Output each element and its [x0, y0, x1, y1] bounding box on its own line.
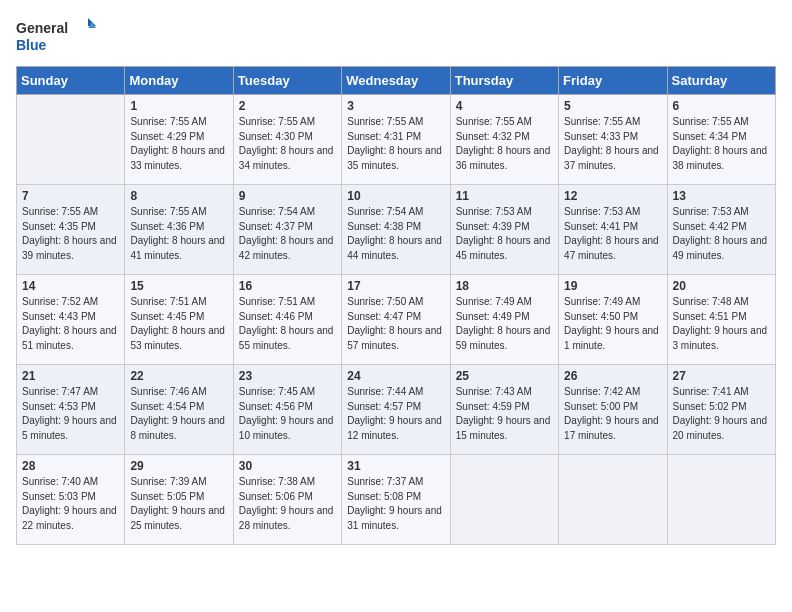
daylight-text: Daylight: 8 hours and 55 minutes. — [239, 324, 336, 353]
daylight-text: Daylight: 9 hours and 25 minutes. — [130, 504, 227, 533]
daylight-text: Daylight: 8 hours and 42 minutes. — [239, 234, 336, 263]
daylight-text: Daylight: 9 hours and 28 minutes. — [239, 504, 336, 533]
day-info: Sunrise: 7:55 AMSunset: 4:30 PMDaylight:… — [239, 115, 336, 173]
sunset-text: Sunset: 4:30 PM — [239, 130, 336, 145]
day-number: 27 — [673, 369, 770, 383]
calendar-cell: 10Sunrise: 7:54 AMSunset: 4:38 PMDayligh… — [342, 185, 450, 275]
calendar-cell: 31Sunrise: 7:37 AMSunset: 5:08 PMDayligh… — [342, 455, 450, 545]
weekday-header-sunday: Sunday — [17, 67, 125, 95]
day-info: Sunrise: 7:50 AMSunset: 4:47 PMDaylight:… — [347, 295, 444, 353]
sunrise-text: Sunrise: 7:54 AM — [347, 205, 444, 220]
sunset-text: Sunset: 5:03 PM — [22, 490, 119, 505]
day-info: Sunrise: 7:53 AMSunset: 4:39 PMDaylight:… — [456, 205, 553, 263]
daylight-text: Daylight: 8 hours and 38 minutes. — [673, 144, 770, 173]
sunset-text: Sunset: 4:29 PM — [130, 130, 227, 145]
calendar-cell: 22Sunrise: 7:46 AMSunset: 4:54 PMDayligh… — [125, 365, 233, 455]
calendar-week-row: 1Sunrise: 7:55 AMSunset: 4:29 PMDaylight… — [17, 95, 776, 185]
sunrise-text: Sunrise: 7:55 AM — [347, 115, 444, 130]
day-number: 4 — [456, 99, 553, 113]
sunrise-text: Sunrise: 7:44 AM — [347, 385, 444, 400]
weekday-header-tuesday: Tuesday — [233, 67, 341, 95]
sunset-text: Sunset: 4:49 PM — [456, 310, 553, 325]
daylight-text: Daylight: 9 hours and 3 minutes. — [673, 324, 770, 353]
day-number: 24 — [347, 369, 444, 383]
day-info: Sunrise: 7:55 AMSunset: 4:31 PMDaylight:… — [347, 115, 444, 173]
sunset-text: Sunset: 4:53 PM — [22, 400, 119, 415]
day-info: Sunrise: 7:49 AMSunset: 4:50 PMDaylight:… — [564, 295, 661, 353]
daylight-text: Daylight: 9 hours and 12 minutes. — [347, 414, 444, 443]
day-info: Sunrise: 7:41 AMSunset: 5:02 PMDaylight:… — [673, 385, 770, 443]
calendar-cell: 8Sunrise: 7:55 AMSunset: 4:36 PMDaylight… — [125, 185, 233, 275]
day-info: Sunrise: 7:54 AMSunset: 4:38 PMDaylight:… — [347, 205, 444, 263]
sunrise-text: Sunrise: 7:49 AM — [456, 295, 553, 310]
daylight-text: Daylight: 8 hours and 47 minutes. — [564, 234, 661, 263]
day-info: Sunrise: 7:46 AMSunset: 4:54 PMDaylight:… — [130, 385, 227, 443]
day-info: Sunrise: 7:44 AMSunset: 4:57 PMDaylight:… — [347, 385, 444, 443]
daylight-text: Daylight: 8 hours and 49 minutes. — [673, 234, 770, 263]
calendar-cell: 29Sunrise: 7:39 AMSunset: 5:05 PMDayligh… — [125, 455, 233, 545]
day-info: Sunrise: 7:55 AMSunset: 4:29 PMDaylight:… — [130, 115, 227, 173]
daylight-text: Daylight: 8 hours and 45 minutes. — [456, 234, 553, 263]
day-info: Sunrise: 7:47 AMSunset: 4:53 PMDaylight:… — [22, 385, 119, 443]
sunrise-text: Sunrise: 7:48 AM — [673, 295, 770, 310]
calendar-cell — [450, 455, 558, 545]
weekday-header-thursday: Thursday — [450, 67, 558, 95]
day-info: Sunrise: 7:55 AMSunset: 4:34 PMDaylight:… — [673, 115, 770, 173]
calendar-cell: 12Sunrise: 7:53 AMSunset: 4:41 PMDayligh… — [559, 185, 667, 275]
sunrise-text: Sunrise: 7:55 AM — [673, 115, 770, 130]
sunrise-text: Sunrise: 7:55 AM — [130, 115, 227, 130]
calendar-week-row: 7Sunrise: 7:55 AMSunset: 4:35 PMDaylight… — [17, 185, 776, 275]
sunrise-text: Sunrise: 7:47 AM — [22, 385, 119, 400]
day-number: 13 — [673, 189, 770, 203]
calendar-cell: 9Sunrise: 7:54 AMSunset: 4:37 PMDaylight… — [233, 185, 341, 275]
sunrise-text: Sunrise: 7:55 AM — [456, 115, 553, 130]
day-number: 10 — [347, 189, 444, 203]
calendar-cell: 11Sunrise: 7:53 AMSunset: 4:39 PMDayligh… — [450, 185, 558, 275]
calendar-cell — [667, 455, 775, 545]
sunset-text: Sunset: 4:47 PM — [347, 310, 444, 325]
sunset-text: Sunset: 4:42 PM — [673, 220, 770, 235]
day-number: 20 — [673, 279, 770, 293]
daylight-text: Daylight: 9 hours and 10 minutes. — [239, 414, 336, 443]
day-info: Sunrise: 7:55 AMSunset: 4:36 PMDaylight:… — [130, 205, 227, 263]
day-info: Sunrise: 7:48 AMSunset: 4:51 PMDaylight:… — [673, 295, 770, 353]
calendar-cell: 1Sunrise: 7:55 AMSunset: 4:29 PMDaylight… — [125, 95, 233, 185]
sunrise-text: Sunrise: 7:40 AM — [22, 475, 119, 490]
day-info: Sunrise: 7:53 AMSunset: 4:41 PMDaylight:… — [564, 205, 661, 263]
daylight-text: Daylight: 9 hours and 31 minutes. — [347, 504, 444, 533]
logo-svg: General Blue — [16, 16, 96, 56]
sunrise-text: Sunrise: 7:45 AM — [239, 385, 336, 400]
sunrise-text: Sunrise: 7:55 AM — [564, 115, 661, 130]
sunset-text: Sunset: 4:59 PM — [456, 400, 553, 415]
sunset-text: Sunset: 4:31 PM — [347, 130, 444, 145]
day-number: 8 — [130, 189, 227, 203]
day-info: Sunrise: 7:40 AMSunset: 5:03 PMDaylight:… — [22, 475, 119, 533]
sunrise-text: Sunrise: 7:51 AM — [239, 295, 336, 310]
logo: General Blue — [16, 16, 96, 56]
day-info: Sunrise: 7:37 AMSunset: 5:08 PMDaylight:… — [347, 475, 444, 533]
sunrise-text: Sunrise: 7:49 AM — [564, 295, 661, 310]
calendar-cell: 7Sunrise: 7:55 AMSunset: 4:35 PMDaylight… — [17, 185, 125, 275]
day-number: 7 — [22, 189, 119, 203]
calendar-cell: 18Sunrise: 7:49 AMSunset: 4:49 PMDayligh… — [450, 275, 558, 365]
daylight-text: Daylight: 8 hours and 44 minutes. — [347, 234, 444, 263]
sunrise-text: Sunrise: 7:50 AM — [347, 295, 444, 310]
sunset-text: Sunset: 4:32 PM — [456, 130, 553, 145]
calendar-cell — [17, 95, 125, 185]
calendar-week-row: 28Sunrise: 7:40 AMSunset: 5:03 PMDayligh… — [17, 455, 776, 545]
sunset-text: Sunset: 4:46 PM — [239, 310, 336, 325]
day-number: 22 — [130, 369, 227, 383]
sunset-text: Sunset: 4:51 PM — [673, 310, 770, 325]
calendar-cell: 4Sunrise: 7:55 AMSunset: 4:32 PMDaylight… — [450, 95, 558, 185]
sunrise-text: Sunrise: 7:39 AM — [130, 475, 227, 490]
day-number: 17 — [347, 279, 444, 293]
calendar-cell: 24Sunrise: 7:44 AMSunset: 4:57 PMDayligh… — [342, 365, 450, 455]
day-info: Sunrise: 7:52 AMSunset: 4:43 PMDaylight:… — [22, 295, 119, 353]
sunset-text: Sunset: 4:39 PM — [456, 220, 553, 235]
day-number: 16 — [239, 279, 336, 293]
day-number: 14 — [22, 279, 119, 293]
daylight-text: Daylight: 8 hours and 59 minutes. — [456, 324, 553, 353]
sunset-text: Sunset: 4:43 PM — [22, 310, 119, 325]
sunset-text: Sunset: 4:35 PM — [22, 220, 119, 235]
sunset-text: Sunset: 4:45 PM — [130, 310, 227, 325]
